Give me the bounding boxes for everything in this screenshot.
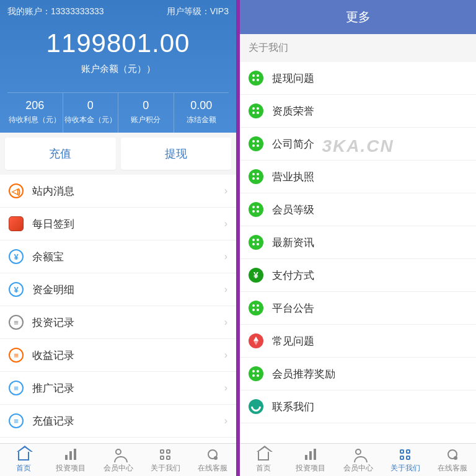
action-buttons: 充值 提现 xyxy=(0,133,236,175)
tab-label: 关于我们 xyxy=(151,463,180,474)
chevron-right-icon: › xyxy=(224,251,227,262)
wechat-icon xyxy=(249,136,263,151)
grid-icon xyxy=(159,447,172,461)
list-item[interactable]: 会员推荐奖励 xyxy=(240,358,476,390)
yen-blue-icon: ¥ xyxy=(9,249,24,264)
item-label: 公司简介 xyxy=(272,137,467,151)
chevron-right-icon: › xyxy=(224,218,227,229)
tab-label: 会员中心 xyxy=(104,463,133,474)
account-info: 我的账户：13333333333 xyxy=(7,6,104,17)
wechat-icon xyxy=(249,169,263,184)
item-label: 余额宝 xyxy=(32,250,224,264)
list-item[interactable]: 资质荣誉 xyxy=(240,95,476,128)
doc-gray-icon: ≡ xyxy=(9,315,24,330)
headset-icon xyxy=(206,447,219,461)
balance-label: 账户余额（元）） xyxy=(7,63,229,75)
list-item[interactable]: 营业执照 xyxy=(240,161,476,193)
tab-person[interactable]: 会员中心 xyxy=(334,447,381,474)
list-item[interactable]: ¥支付方式 xyxy=(240,259,476,292)
stat-principal[interactable]: 0待收本金（元） xyxy=(63,93,119,133)
list-item[interactable]: ¥资金明细› xyxy=(0,273,236,306)
wechat-icon xyxy=(249,235,263,250)
list-item[interactable]: 最新资讯 xyxy=(240,226,476,259)
bars-icon xyxy=(304,447,317,461)
page-title: 更多 xyxy=(240,0,476,34)
home-icon xyxy=(17,447,30,461)
tab-grid[interactable]: 关于我们 xyxy=(142,447,189,474)
grid-icon xyxy=(399,447,412,461)
list-item[interactable]: ◁)站内消息› xyxy=(0,175,236,208)
list-item[interactable]: ¥余额宝› xyxy=(0,240,236,273)
square-icon xyxy=(9,216,24,231)
more-pane: 更多 关于我们 提现问题资质荣誉公司简介营业执照会员等级最新资讯¥支付方式平台公… xyxy=(240,0,476,476)
chevron-right-icon: › xyxy=(224,415,227,426)
wechat-icon xyxy=(249,202,263,217)
doc-blue-icon: ≡ xyxy=(9,381,24,395)
tab-bars[interactable]: 投资项目 xyxy=(287,447,334,474)
item-label: 资金明细 xyxy=(32,283,224,297)
item-label: 资质荣誉 xyxy=(272,104,467,118)
list-item[interactable]: 每日签到› xyxy=(0,208,236,240)
headset-icon xyxy=(446,447,459,461)
chevron-right-icon: › xyxy=(224,350,227,361)
stat-points[interactable]: 0账户积分 xyxy=(118,93,174,133)
list-item[interactable]: 常见问题 xyxy=(240,325,476,358)
tab-label: 首页 xyxy=(16,463,31,474)
chevron-right-icon: › xyxy=(224,185,227,196)
chevron-right-icon: › xyxy=(224,284,227,295)
tab-bars[interactable]: 投资项目 xyxy=(47,447,94,474)
tab-person[interactable]: 会员中心 xyxy=(94,447,141,474)
balance-amount: 1199801.00 xyxy=(7,29,229,58)
item-label: 最新资讯 xyxy=(272,236,467,250)
bars-icon xyxy=(64,447,77,461)
item-label: 常见问题 xyxy=(272,334,467,348)
item-label: 会员推荐奖励 xyxy=(272,367,467,381)
chevron-right-icon: › xyxy=(224,317,227,328)
yen-blue-icon: ¥ xyxy=(9,282,24,297)
tab-label: 首页 xyxy=(256,463,271,474)
menu-list-left: ◁)站内消息›每日签到›¥余额宝›¥资金明细›≡投资记录›≡收益记录›≡推广记录… xyxy=(0,175,236,476)
item-label: 平台公告 xyxy=(272,301,467,315)
horn-icon: ◁) xyxy=(9,183,24,198)
doc-orange-icon: ≡ xyxy=(9,348,24,363)
item-label: 提现问题 xyxy=(272,71,467,86)
list-item[interactable]: ≡推广记录› xyxy=(0,372,236,405)
tab-bar-right: 首页投资项目会员中心关于我们在线客服 xyxy=(240,443,476,476)
withdraw-button[interactable]: 提现 xyxy=(121,138,232,170)
list-item[interactable]: ≡充值记录› xyxy=(0,405,236,438)
recharge-button[interactable]: 充值 xyxy=(5,138,116,170)
item-label: 推广记录 xyxy=(32,381,224,395)
tab-home[interactable]: 首页 xyxy=(240,447,287,474)
tab-label: 投资项目 xyxy=(296,463,325,474)
stat-frozen[interactable]: 0.00冻结金额 xyxy=(174,93,229,133)
compass-icon xyxy=(249,333,263,348)
hero-top-row: 我的账户：13333333333 用户等级：VIP3 xyxy=(7,6,229,17)
list-item[interactable]: 公司简介 xyxy=(240,128,476,161)
tab-label: 会员中心 xyxy=(343,463,373,474)
menu-list-right: 提现问题资质荣誉公司简介营业执照会员等级最新资讯¥支付方式平台公告常见问题会员推… xyxy=(240,62,476,476)
tab-home[interactable]: 首页 xyxy=(0,447,47,474)
list-item[interactable]: 会员等级 xyxy=(240,193,476,226)
home-icon xyxy=(257,447,270,461)
list-item[interactable]: 提现问题 xyxy=(240,62,476,95)
tab-headset[interactable]: 在线客服 xyxy=(429,447,476,474)
account-hero: 我的账户：13333333333 用户等级：VIP3 1199801.00 账户… xyxy=(0,0,236,133)
list-item[interactable]: 平台公告 xyxy=(240,292,476,325)
tab-bar-left: 首页投资项目会员中心关于我们在线客服 xyxy=(0,443,236,476)
item-label: 投资记录 xyxy=(32,315,224,330)
wechat-icon xyxy=(249,71,263,86)
stat-interest[interactable]: 206待收利息（元） xyxy=(7,93,63,133)
person-icon xyxy=(112,447,125,461)
tab-label: 关于我们 xyxy=(390,463,420,474)
item-label: 支付方式 xyxy=(272,268,467,283)
wechat-icon xyxy=(249,366,263,381)
list-item[interactable]: ≡投资记录› xyxy=(0,306,236,339)
yen-green-icon: ¥ xyxy=(249,268,263,283)
person-icon xyxy=(351,447,365,461)
list-item[interactable]: 联系我们 xyxy=(240,390,476,423)
tab-headset[interactable]: 在线客服 xyxy=(189,447,236,474)
stats-row: 206待收利息（元） 0待收本金（元） 0账户积分 0.00冻结金额 xyxy=(7,92,229,133)
tab-grid[interactable]: 关于我们 xyxy=(382,447,429,474)
tab-label: 投资项目 xyxy=(56,463,86,474)
list-item[interactable]: ≡收益记录› xyxy=(0,339,236,372)
